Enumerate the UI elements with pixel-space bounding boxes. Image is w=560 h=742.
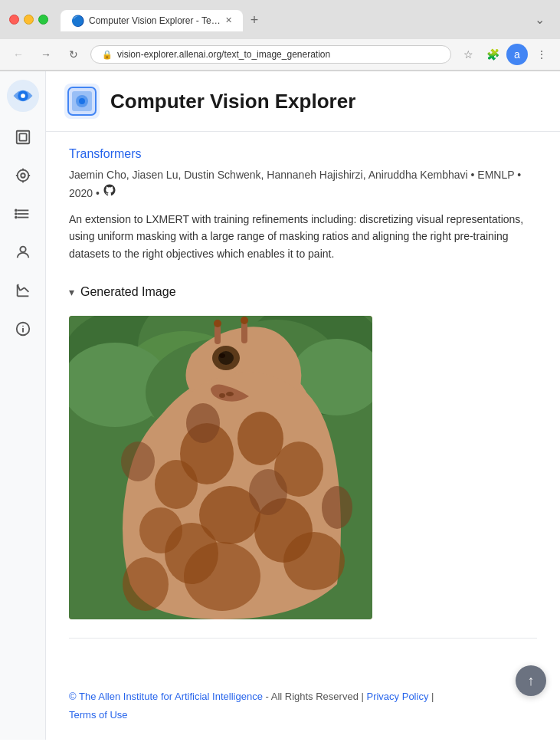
- svg-point-53: [218, 351, 234, 365]
- traffic-lights: [9, 15, 48, 25]
- svg-point-48: [139, 507, 182, 553]
- svg-point-49: [283, 532, 345, 590]
- authors-text: Jaemin Cho, Jiasen Lu, Dustin Schwenk, H…: [69, 167, 537, 202]
- svg-point-15: [15, 213, 16, 215]
- svg-point-54: [219, 353, 225, 358]
- back-button[interactable]: ←: [8, 44, 29, 65]
- footer-text: © The Allen Institute for Artificial Int…: [69, 688, 537, 724]
- sidebar: [0, 71, 46, 740]
- sidebar-item-axes[interactable]: [6, 274, 40, 307]
- generated-image: [69, 316, 372, 619]
- org-link[interactable]: © The Allen Institute for Artificial Int…: [69, 691, 263, 702]
- chevron-down-icon: ▾: [69, 286, 74, 298]
- svg-point-62: [249, 469, 287, 515]
- secure-icon: 🔒: [102, 50, 113, 60]
- minimize-button[interactable]: [24, 15, 34, 25]
- browser-chrome: 🔵 Computer Vision Explorer - Te… ✕ + ⌄ ←…: [0, 0, 560, 71]
- tab-title: Computer Vision Explorer - Te…: [89, 15, 221, 26]
- content-divider: [69, 638, 537, 639]
- svg-point-51: [123, 557, 169, 611]
- app-header: Computer Vision Explorer: [46, 71, 560, 132]
- app-title: Computer Vision Explorer: [110, 90, 355, 113]
- pub-year: 2020: [69, 187, 93, 199]
- svg-point-50: [184, 542, 260, 611]
- window-controls: ⌄: [535, 12, 551, 27]
- svg-point-25: [22, 326, 23, 327]
- year-separator: •: [517, 169, 521, 181]
- svg-line-22: [24, 287, 28, 292]
- github-icon[interactable]: [103, 183, 116, 197]
- sidebar-item-info[interactable]: [6, 312, 40, 346]
- rights-label: - All Rights Reserved |: [265, 691, 363, 702]
- github-dot-separator: •: [96, 187, 103, 199]
- svg-rect-4: [19, 133, 26, 140]
- svg-point-5: [17, 170, 28, 182]
- tab-bar: 🔵 Computer Vision Explorer - Te… ✕ +: [54, 8, 272, 33]
- svg-rect-57: [215, 325, 221, 344]
- svg-point-59: [214, 320, 221, 327]
- title-bar: 🔵 Computer Vision Explorer - Te… ✕ + ⌄: [0, 0, 560, 39]
- navigation-bar: ← → ↻ 🔒 vision-explorer.allenai.org/text…: [0, 39, 560, 71]
- url-text: vision-explorer.allenai.org/text_to_imag…: [117, 49, 330, 60]
- generated-image-label: Generated Image: [80, 285, 176, 299]
- main-content: Computer Vision Explorer Transformers Ja…: [46, 71, 560, 740]
- svg-point-42: [237, 412, 283, 465]
- more-options-icon[interactable]: ⋮: [531, 44, 552, 65]
- back-to-top-button[interactable]: ↑: [516, 665, 546, 696]
- back-to-top-icon: ↑: [528, 673, 535, 689]
- svg-point-2: [21, 94, 25, 98]
- svg-point-6: [21, 173, 25, 178]
- nav-actions: ☆ 🧩 a ⋮: [457, 44, 552, 65]
- sidebar-item-vision[interactable]: [6, 159, 40, 192]
- svg-point-16: [15, 217, 16, 218]
- svg-point-56: [219, 393, 225, 398]
- svg-rect-58: [241, 322, 247, 343]
- svg-point-63: [322, 486, 352, 529]
- bookmark-icon[interactable]: ☆: [457, 44, 479, 65]
- sidebar-item-person[interactable]: [6, 235, 40, 269]
- app-logo-image: [64, 84, 100, 119]
- sidebar-item-crop[interactable]: [6, 120, 40, 154]
- venue-name: EMNLP: [477, 169, 514, 181]
- svg-line-21: [20, 287, 24, 291]
- content-area: Transformers Jaemin Cho, Jiasen Lu, Dust…: [46, 132, 560, 672]
- extensions-icon[interactable]: 🧩: [482, 44, 503, 65]
- footer-separator: |: [431, 691, 434, 702]
- close-button[interactable]: [9, 15, 19, 25]
- forward-button[interactable]: →: [35, 44, 57, 65]
- fullscreen-button[interactable]: [38, 15, 48, 25]
- svg-point-64: [121, 442, 155, 481]
- tab-favicon: 🔵: [71, 15, 84, 27]
- svg-point-55: [226, 392, 234, 396]
- venue-separator: •: [471, 169, 478, 181]
- svg-point-14: [15, 210, 16, 212]
- sidebar-item-list[interactable]: [6, 197, 40, 231]
- sidebar-logo[interactable]: [6, 79, 40, 113]
- svg-point-17: [20, 247, 25, 252]
- svg-point-43: [155, 460, 198, 509]
- privacy-policy-link[interactable]: Privacy Policy: [366, 691, 428, 702]
- new-tab-button[interactable]: +: [243, 8, 267, 33]
- svg-rect-3: [16, 131, 29, 144]
- svg-point-60: [241, 317, 248, 324]
- model-name-link[interactable]: Transformers: [69, 147, 142, 161]
- app-container: Computer Vision Explorer Transformers Ja…: [0, 71, 560, 740]
- footer: © The Allen Institute for Artificial Int…: [46, 672, 560, 739]
- authors-names: Jaemin Cho, Jiasen Lu, Dustin Schwenk, H…: [69, 169, 468, 181]
- svg-point-30: [79, 98, 85, 104]
- reload-button[interactable]: ↻: [63, 44, 84, 65]
- address-bar[interactable]: 🔒 vision-explorer.allenai.org/text_to_im…: [90, 45, 451, 64]
- generated-image-container: [69, 316, 537, 619]
- tab-close-button[interactable]: ✕: [225, 15, 232, 25]
- model-description: An extension to LXMERT with training ref…: [69, 211, 537, 262]
- active-tab[interactable]: 🔵 Computer Vision Explorer - Te… ✕: [61, 10, 243, 31]
- terms-of-use-link[interactable]: Terms of Use: [69, 709, 128, 721]
- generated-image-section-header[interactable]: ▾ Generated Image: [69, 277, 537, 307]
- svg-point-61: [186, 403, 220, 443]
- profile-icon[interactable]: a: [506, 44, 528, 65]
